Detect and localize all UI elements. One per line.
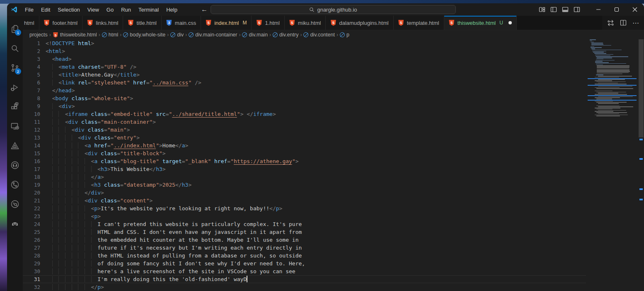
breadcrumb-item-div-entry[interactable]: div.entry [273,32,298,38]
menu-file[interactable]: File [21,3,37,16]
code-line[interactable]: 22 <p>It's the website you're looking at… [23,204,586,212]
close-button[interactable] [626,3,644,16]
menu-selection[interactable]: Selection [54,3,83,16]
code-line[interactable]: 27 future if it's necessary but I'm writ… [23,244,586,252]
indent-guide [85,205,91,212]
code-line[interactable]: 25 HTML and CSS. I don't even have any j… [23,228,586,236]
scrollbar-slider[interactable] [639,39,644,137]
menu-view[interactable]: View [84,3,103,16]
indent-guide [58,174,65,180]
code-line[interactable]: 12 <div class="main"> [23,126,586,134]
code-line[interactable]: 17 <h3>This Website</h3> [23,165,586,173]
tab-html[interactable]: html [23,16,39,30]
code-line[interactable]: 31 I'm really doing this the 'old-fashio… [23,275,586,283]
breadcrumb-item-p[interactable]: p [340,32,349,38]
tab-miku-html[interactable]: miku.html [285,16,326,30]
code-line[interactable]: 14 <a href="../index.html">Home</a> [23,142,586,149]
breadcrumb-item-div-content[interactable]: div.content [303,32,335,38]
code-line[interactable]: 26 the embedded hit counter at the botto… [23,236,586,244]
breadcrumb-item-body-whole-site[interactable]: body.whole-site [123,32,165,38]
customize-layout-icon[interactable] [539,6,545,13]
search-icon[interactable] [7,38,23,58]
code-line[interactable]: 21 <div class="content"> [23,197,586,204]
triangle-extension-icon[interactable] [7,136,23,155]
token: </ [85,190,91,196]
code-line[interactable]: 19 <h3 class="datestamp">2025</h3> [23,181,586,189]
indent-guide [52,205,59,212]
menu-help[interactable]: Help [162,3,181,16]
code-line[interactable]: 30 here's a live screenshot of the site … [23,267,586,275]
minimap-line [596,109,613,110]
split-editor-icon[interactable] [620,19,627,26]
breadcrumb-item-projects[interactable]: projects [29,32,48,38]
open-changes-icon[interactable] [607,19,614,26]
code-line[interactable]: 13 <div class="entry"> [23,134,586,142]
explorer-icon[interactable]: 1 [7,19,23,38]
more-actions-icon[interactable] [632,19,639,27]
code-line[interactable]: 32 </p> [23,283,586,291]
godot-tools-icon[interactable] [7,214,23,233]
code-line[interactable]: 10 <iframe class="embed-title" src="../s… [23,110,586,118]
tab-thiswebsite-html[interactable]: thiswebsite.htmlU [444,16,517,30]
remote-explorer-icon[interactable] [7,116,23,136]
code-line[interactable]: 5 <title>Athene.Gay</title> [23,71,586,79]
commit-search-icon[interactable] [7,194,23,214]
command-center[interactable]: gnargle.github.io [211,5,456,14]
code-line[interactable]: 2<html> [23,47,586,55]
code-line[interactable]: 7 </head> [23,87,586,94]
token: html [75,40,91,46]
code-line[interactable]: 4 <meta charset="UTF-8" /> [23,63,586,71]
indent-guide [58,253,65,259]
code-line[interactable]: 28 the HTML instead of pulling from a da… [23,252,586,260]
source-control-icon[interactable]: 2 [7,58,23,77]
code-line[interactable]: 23 <p> [23,212,586,220]
code-line[interactable]: 11 <div class="main-container"> [23,118,586,126]
token: src [153,111,165,117]
tab-template-html[interactable]: template.html [394,16,444,30]
toggle-panel-icon[interactable] [562,6,569,13]
maximize-button[interactable] [608,3,626,16]
back-arrow-icon[interactable]: ← [201,6,208,13]
indent-guide [65,284,72,290]
code-line[interactable]: 15 <div class="title-block"> [23,149,586,157]
minimap[interactable] [588,39,638,291]
github-icon[interactable] [7,155,23,175]
breadcrumb-item-html[interactable]: html [102,32,119,38]
tab-footer-html[interactable]: footer.html [39,16,83,30]
extensions-icon[interactable] [7,97,23,116]
menu-go[interactable]: Go [103,3,117,16]
code-line[interactable]: 9 <div> [23,102,586,110]
minimize-button[interactable] [589,3,608,16]
code-line[interactable]: 16 <a class="blog-title" target="_blank"… [23,157,586,165]
tab-1-html[interactable]: 1.html [252,16,284,30]
tab-index-html[interactable]: index.htmlM [201,16,252,30]
editor-scrollbar[interactable] [638,39,644,291]
indent-guide [46,142,52,149]
tab-links-html[interactable]: links.html [82,16,123,30]
code-line[interactable]: 1<!DOCTYPE html> [23,39,586,47]
menu-terminal[interactable]: Terminal [135,3,162,16]
minimap-line [590,41,592,41]
menu-run[interactable]: Run [117,3,135,16]
code-line[interactable]: 20 </div> [23,189,586,197]
token: </ [175,142,182,149]
code-line[interactable]: 6 <link rel="stylesheet" href="../main.c… [23,79,586,87]
code-line[interactable]: 3 <head> [23,55,586,63]
breadcrumb-item-div[interactable]: div [170,32,184,38]
code-line[interactable]: 24 I can't pretend this website is parti… [23,220,586,228]
line-content: <div class="content"> [40,197,153,204]
tab-main-css[interactable]: main.css [162,16,201,30]
tab-dalamudplugins-html[interactable]: dalamudplugins.html [326,16,393,30]
breadcrumb-item-thiswebsite-html[interactable]: thiswebsite.html [53,32,97,38]
breadcrumb-item-div-main[interactable]: div.main [242,32,268,38]
breadcrumb-item-div-main-container[interactable]: div.main-container [189,32,237,38]
menu-edit[interactable]: Edit [37,3,54,16]
tab-title-html[interactable]: title.html [123,16,161,30]
run-debug-icon[interactable] [7,77,23,97]
code-line[interactable]: 29 of doing some fancy shit I don't see … [23,260,586,267]
code-line[interactable]: 8 <body class="whole-site"> [23,94,586,102]
git-graph-icon[interactable] [7,175,23,194]
code-line[interactable]: 18 </a> [23,173,586,181]
toggle-secondary-sidebar-icon[interactable] [574,6,580,13]
toggle-primary-sidebar-icon[interactable] [550,6,557,13]
